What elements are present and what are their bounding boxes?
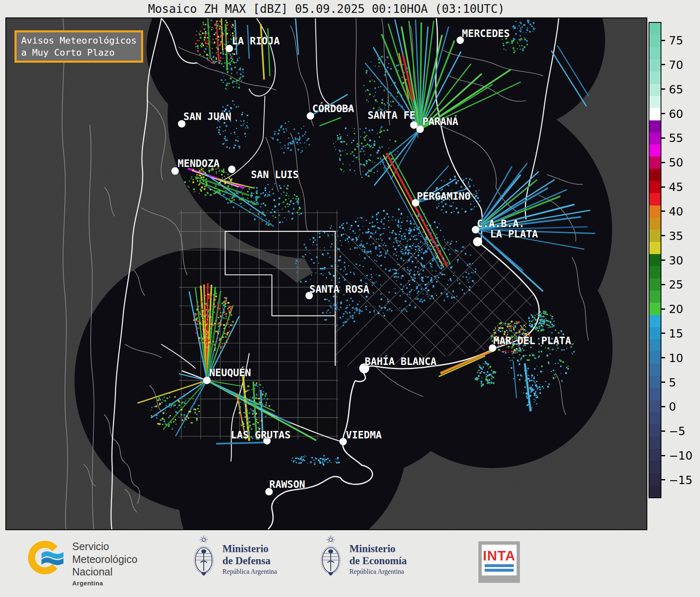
colorbar-segment [649, 254, 661, 266]
colorbar-segment [649, 485, 661, 497]
colorbar-segment [649, 157, 661, 169]
colorbar-segment [649, 193, 661, 205]
colorbar-tick-mark [661, 284, 665, 285]
colorbar-segment [649, 206, 661, 218]
colorbar-tick-mark [661, 113, 665, 114]
colorbar-tick-label: 45 [669, 181, 683, 193]
colorbar-tick-mark [661, 333, 665, 334]
colorbar-segment [649, 84, 661, 96]
smn-name-line3: Nacional [72, 565, 137, 578]
inta-logo: INTA [478, 541, 520, 583]
colorbar-segment [649, 132, 661, 144]
colorbar-segment [649, 303, 661, 315]
inta-bar [485, 564, 514, 567]
colorbar-tick-label: 65 [669, 83, 683, 95]
colorbar-tick-mark [661, 406, 665, 407]
city-label: PARANÁ [422, 115, 459, 127]
dbz-colorbar [649, 22, 661, 498]
city-label: VIEDMA [346, 429, 382, 441]
colorbar-segment [649, 108, 661, 120]
colorbar-segment [649, 35, 661, 47]
city-dot [473, 237, 482, 246]
colorbar-segment [649, 242, 661, 254]
colorbar-segment [649, 364, 661, 376]
colorbar-tick-label: −5 [669, 425, 685, 438]
colorbar-tick-label: 35 [669, 229, 683, 242]
colorbar-segment [649, 473, 661, 485]
economia-line2: de Economía [349, 555, 407, 567]
smn-name-line2: Meteorológico [72, 553, 137, 566]
colorbar-segment [649, 449, 661, 461]
map-canvas: LA RIOJAMERCEDESSAN JUANCÓRDOBASANTA FEP… [6, 18, 646, 529]
colorbar-tick-mark [661, 235, 665, 236]
city-label: C.A.B.A. [477, 218, 524, 230]
colorbar-tick-label: 0 [669, 400, 676, 413]
colorbar-tick-mark [661, 479, 665, 480]
colorbar-tick-mark [661, 88, 665, 90]
radar-map: LA RIOJAMERCEDESSAN JUANCÓRDOBASANTA FEP… [5, 17, 647, 530]
colorbar-segment [649, 376, 661, 388]
defensa-sub: República Argentina [222, 568, 277, 575]
inta-bar [485, 569, 514, 572]
city-label: SAN JUAN [183, 111, 231, 122]
city-label: MAR DEL PLATA [493, 335, 571, 347]
city-label: SAN LUIS [251, 169, 299, 181]
city-label: RAWSON [269, 479, 305, 490]
warning-line-2: a Muy Corto Plazo [21, 47, 115, 58]
ministerio-economia-block: Ministerio de Economía República Argenti… [319, 534, 407, 583]
city-label: PERGAMINO [417, 191, 471, 202]
colorbar-segment [649, 59, 661, 71]
colorbar-segment [649, 351, 661, 363]
city-label: BAHÍA BLANCA [365, 355, 437, 367]
colorbar-tick-mark [661, 357, 665, 358]
footer: Servicio Meteorológico Nacional Argentin… [0, 530, 700, 597]
colorbar-segment [649, 96, 661, 108]
colorbar-segment [649, 23, 661, 35]
city-label: CÓRDOBA [312, 102, 354, 115]
colorbar-tick-label: −10 [669, 449, 693, 462]
colorbar-segment [649, 437, 661, 449]
colorbar-segment [649, 169, 661, 181]
warning-box: Avisos Meteorológicosa Muy Corto Plazo [15, 30, 143, 63]
colorbar-segment [649, 47, 661, 59]
city-label: SANTA FE [368, 110, 415, 121]
colorbar-tick-label: 10 [669, 351, 683, 364]
colorbar-segment [649, 120, 661, 132]
colorbar-segment [649, 424, 661, 436]
page-title: Mosaico ZH MAX [dBZ] 05.09.2025 00:10HOA… [5, 2, 647, 16]
smn-logo-block: Servicio Meteorológico Nacional Argentin… [27, 538, 137, 587]
colorbar-tick-label: 75 [669, 34, 683, 47]
coat-of-arms-icon [319, 534, 343, 583]
colorbar-tick-label: 15 [669, 327, 683, 340]
colorbar-segment [649, 279, 661, 291]
colorbar-tick-mark [661, 40, 665, 41]
colorbar-segment [649, 461, 661, 473]
colorbar-segment [649, 400, 661, 412]
colorbar-tick-mark [661, 64, 665, 65]
colorbar-tick-label: 60 [669, 107, 683, 120]
city-label: LAS GRUTAS [231, 429, 290, 441]
inta-label: INTA [483, 549, 516, 563]
city-label: LA RIOJA [232, 35, 280, 47]
colorbar-tick-label: 40 [669, 205, 683, 218]
smn-name-line1: Servicio [72, 540, 137, 553]
smn-country: Argentina [72, 580, 137, 587]
colorbar-segment [649, 412, 661, 424]
colorbar-tick-mark [661, 455, 665, 456]
colorbar-tick-mark [661, 162, 665, 163]
defensa-line1: Ministerio [222, 543, 277, 555]
city-label: MERCEDES [462, 28, 510, 39]
colorbar-tick-label: 30 [669, 254, 683, 267]
colorbar-tick-label: 25 [669, 278, 683, 291]
colorbar-segment [649, 230, 661, 242]
ministerio-defensa-block: Ministerio de Defensa República Argentin… [192, 534, 277, 583]
smn-logo-icon [27, 538, 66, 577]
colorbar-tick-mark [661, 308, 665, 310]
colorbar-segment [649, 291, 661, 303]
defensa-line2: de Defensa [222, 555, 277, 567]
coat-of-arms-icon [192, 534, 216, 583]
colorbar-segment [649, 144, 661, 157]
colorbar-segment [649, 388, 661, 400]
city-dot [410, 121, 417, 129]
colorbar-tick-label: 50 [669, 156, 683, 169]
